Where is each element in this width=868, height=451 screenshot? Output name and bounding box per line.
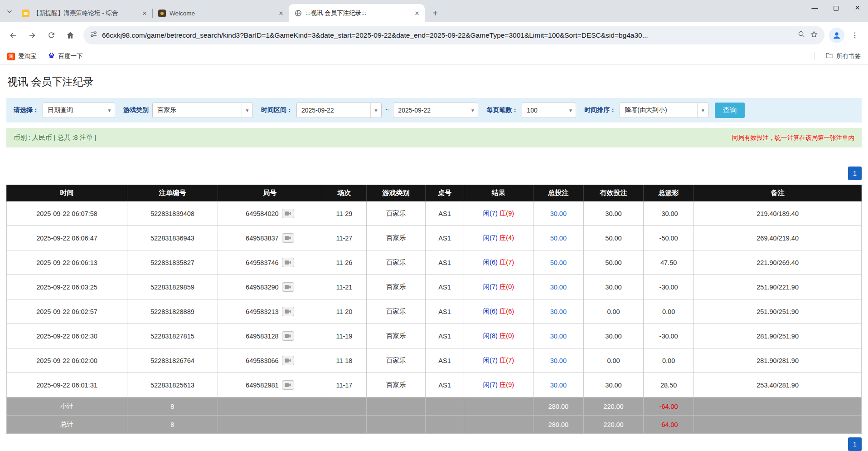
empty-cell	[322, 416, 366, 434]
summary-body: 小计 8 280.00 220.00 -64.00 总计 8	[7, 397, 862, 434]
game-type-dropdown[interactable]: 百家乐 ▼	[152, 103, 253, 118]
total-bet-link[interactable]: 50.00	[550, 235, 567, 242]
filter-bar: 请选择： 日期查询 ▼ 游戏类别 百家乐 ▼ 时间区间： 2025-09-22 …	[6, 98, 862, 123]
result-banker: 庄(9)	[499, 381, 514, 388]
table-row: 2025-09-22 06:02:30522831827815649583128…	[7, 324, 862, 348]
round-video-button[interactable]	[282, 380, 294, 390]
total-bet-link[interactable]: 30.00	[550, 357, 567, 364]
browser-menu-icon[interactable]	[846, 27, 863, 44]
result-player: 闲(6)	[483, 308, 498, 315]
round-id: 649584020	[246, 210, 279, 217]
total-bet-link[interactable]: 30.00	[550, 333, 567, 340]
pagination-bottom: 1	[6, 437, 862, 451]
round-video-button[interactable]	[282, 233, 294, 243]
bookmark-taobao[interactable]: 淘 爱淘宝	[7, 52, 37, 60]
tab-bet-records-active[interactable]: :::视讯 会员下注纪录::: ✕	[289, 4, 425, 22]
empty-cell	[426, 397, 464, 416]
round-video-button[interactable]	[282, 331, 294, 341]
round-video-button[interactable]	[282, 282, 294, 292]
minimize-button[interactable]: —	[804, 0, 825, 15]
forward-button[interactable]	[24, 27, 41, 44]
session-cell: 11-20	[322, 299, 366, 324]
bookmark-baidu[interactable]: 百度一下	[48, 52, 83, 61]
result-cell: 闲(7) 庄(4)	[464, 226, 533, 250]
zoom-icon[interactable]	[798, 30, 805, 40]
round-id: 649582981	[246, 382, 279, 389]
date-separator: ~	[385, 106, 389, 114]
chevron-down-icon[interactable]: ▼	[565, 103, 576, 118]
close-window-button[interactable]: ✕	[847, 0, 868, 15]
total-bet-cell: 30.00	[533, 373, 583, 397]
profile-avatar[interactable]	[829, 28, 844, 43]
session-cell: 11-29	[322, 201, 366, 226]
bet-id-cell: 522831825613	[127, 373, 218, 397]
refresh-button[interactable]	[43, 27, 60, 44]
result-banker: 庄(0)	[499, 283, 514, 290]
chevron-down-icon[interactable]: ▼	[467, 103, 478, 118]
page-1-button[interactable]: 1	[848, 167, 862, 180]
bookmark-star-icon[interactable]	[810, 30, 818, 40]
date-end-dropdown[interactable]: 2025-09-22 ▼	[393, 103, 478, 118]
chevron-down-icon[interactable]: ▼	[104, 103, 115, 118]
site-settings-icon[interactable]	[90, 30, 97, 40]
subtotal-label: 小计	[7, 397, 127, 416]
time-cell: 2025-09-22 06:02:57	[7, 299, 127, 324]
remark-cell: 219.40/189.40	[694, 201, 862, 226]
tab-forum[interactable]: 【新提醒】海燕策略论坛 - 综合 ✕	[16, 4, 152, 22]
total-bet-link[interactable]: 30.00	[550, 382, 567, 389]
payout-cell: 28.50	[644, 373, 694, 397]
per-page-dropdown[interactable]: 100 ▼	[522, 103, 576, 118]
table-row: 2025-09-22 06:06:47522831836943649583837…	[7, 226, 862, 250]
new-tab-button[interactable]: +	[428, 6, 442, 20]
tab-close-icon[interactable]: ✕	[413, 9, 421, 17]
all-bookmarks-button[interactable]: 所有书签	[825, 52, 861, 61]
empty-cell	[694, 397, 862, 416]
maximize-button[interactable]: ▢	[825, 0, 847, 15]
query-mode-dropdown[interactable]: 日期查询 ▼	[43, 103, 115, 118]
result-banker: 庄(0)	[499, 332, 514, 339]
chevron-down-icon[interactable]: ▼	[697, 103, 708, 118]
round-video-button[interactable]	[282, 258, 294, 267]
url-text[interactable]: 66cxkj98.com/game/betrecord_search/kind3…	[102, 31, 793, 39]
date-start-dropdown[interactable]: 2025-09-22 ▼	[296, 103, 382, 118]
table-row: 2025-09-22 06:07:58522831839408649584020…	[7, 201, 862, 226]
sort-dropdown[interactable]: 降幂(由大到小) ▼	[620, 103, 708, 118]
round-cell: 649583746	[218, 250, 322, 275]
query-mode-value: 日期查询	[43, 106, 104, 114]
round-video-button[interactable]	[282, 307, 294, 316]
game-type-cell: 百家乐	[366, 299, 425, 324]
bet-table-body: 2025-09-22 06:07:58522831839408649584020…	[7, 201, 862, 397]
chevron-down-icon[interactable]: ▼	[370, 103, 381, 118]
bet-id-cell: 522831827815	[127, 324, 218, 348]
result-banker: 庄(7)	[499, 357, 514, 364]
result-cell: 闲(6) 庄(7)	[464, 250, 533, 275]
round-video-button[interactable]	[282, 356, 294, 365]
back-button[interactable]	[5, 27, 22, 44]
total-bet-link[interactable]: 30.00	[550, 210, 567, 217]
tab-close-icon[interactable]: ✕	[141, 9, 149, 17]
tab-close-icon[interactable]: ✕	[277, 9, 285, 17]
header-remark: 备注	[694, 185, 862, 201]
table-row: 2025-09-22 06:01:31522831825613649582981…	[7, 373, 862, 397]
per-page-label: 每页笔数：	[486, 106, 518, 114]
round-video-button[interactable]	[282, 209, 294, 218]
tab-welcome[interactable]: Welcome ✕	[153, 4, 289, 22]
empty-cell	[218, 397, 322, 416]
address-bar[interactable]: 66cxkj98.com/game/betrecord_search/kind3…	[83, 26, 824, 44]
payout-cell: -30.00	[644, 324, 694, 348]
valid-bet-cell: 30.00	[583, 201, 643, 226]
home-button[interactable]	[62, 27, 79, 44]
chevron-down-icon[interactable]: ▼	[242, 103, 252, 118]
total-bet-link[interactable]: 50.00	[550, 259, 567, 266]
date-range-label: 时间区间：	[261, 106, 293, 114]
page-1-button[interactable]: 1	[848, 437, 862, 451]
total-bet-link[interactable]: 30.00	[550, 308, 567, 315]
query-button[interactable]: 查询	[715, 103, 745, 118]
bet-id-cell: 522831826764	[127, 348, 218, 373]
globe-icon	[294, 10, 302, 17]
table-no-cell: AS1	[426, 373, 464, 397]
tab-search-chevron-icon[interactable]	[4, 5, 15, 17]
round-id: 649583837	[246, 235, 279, 242]
game-type-cell: 百家乐	[366, 324, 425, 348]
total-bet-link[interactable]: 30.00	[550, 284, 567, 291]
